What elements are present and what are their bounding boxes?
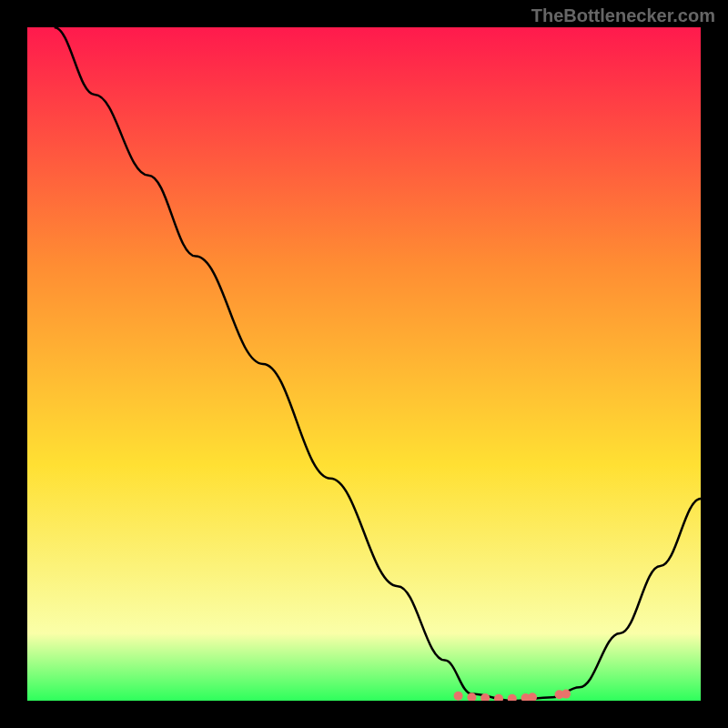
chart-svg [27, 27, 701, 701]
gradient-background [27, 27, 701, 701]
watermark-label: TheBottlenecker.com [531, 5, 715, 26]
marker-dot [454, 692, 463, 701]
chart-plot-area [27, 27, 701, 701]
marker-dot [561, 690, 571, 699]
